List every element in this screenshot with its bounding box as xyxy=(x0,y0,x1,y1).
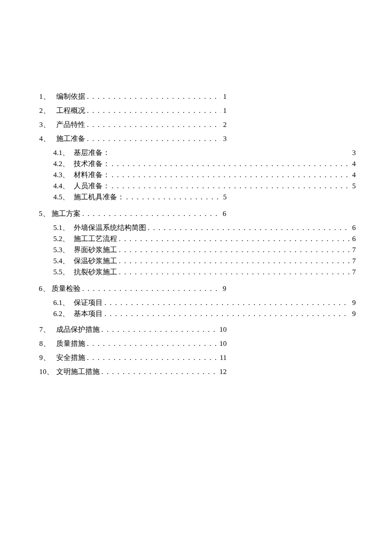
toc-page: 3 xyxy=(350,149,356,156)
toc-dots: . . . . . . . . . . . . . . . . . . . . … xyxy=(85,340,217,347)
toc-dots: . . . . . . . . . . . . . . . . . . . . … xyxy=(124,193,221,201)
toc-entry-title: 文明施工措施 xyxy=(56,368,100,375)
toc-entry-title: 质量检验 xyxy=(52,285,81,292)
toc-page: 4 xyxy=(350,171,356,178)
toc-entry-title: 产品特性 xyxy=(56,121,85,128)
toc-page: 9 xyxy=(350,299,356,306)
toc-entry: 5、 施工方案 . . . . . . . . . . . . . . . . … xyxy=(39,210,226,219)
toc-entry: 8、 质量措施 . . . . . . . . . . . . . . . . … xyxy=(39,340,227,349)
toc-page: 1 xyxy=(221,107,227,114)
toc-entry-title: 施工机具准备： xyxy=(74,193,124,201)
toc-entry-title: 保证项目 xyxy=(74,299,103,306)
toc-page: 10 xyxy=(217,326,227,333)
toc-entry-title: 技术准备： xyxy=(74,160,110,167)
toc-page: 7 xyxy=(350,257,356,265)
toc-subentry: 4.2、 技术准备： . . . . . . . . . . . . . . .… xyxy=(53,160,356,170)
toc-entry-title: 基本项目 xyxy=(74,310,103,317)
toc-entry: 1、 编制依据 . . . . . . . . . . . . . . . . … xyxy=(39,93,227,102)
toc-dots: . . . . . . . . . . . . . . . . . . . . … xyxy=(85,354,217,361)
toc-subentry: 4.3、 材料准备： . . . . . . . . . . . . . . .… xyxy=(53,171,356,181)
toc-entry-number: 5.3、 xyxy=(53,246,74,253)
toc-entry-number: 2、 xyxy=(39,107,56,114)
toc-page: 6 xyxy=(350,235,356,242)
toc-entry-title: 保温砂浆施工 xyxy=(74,257,117,265)
toc-entry-number: 5.4、 xyxy=(53,257,74,265)
toc-page: 5 xyxy=(221,193,227,201)
toc-dots: . . . . . . . . . . . . . . . . . . . . … xyxy=(117,246,350,253)
toc-page: 6 xyxy=(350,224,356,231)
toc-entry: 10、 文明施工措施 . . . . . . . . . . . . . . .… xyxy=(39,368,227,377)
toc-subentry: 4.4、 人员准备： . . . . . . . . . . . . . . .… xyxy=(53,182,356,192)
toc-dots: . . . . . . . . . . . . . . . . . . . . … xyxy=(85,135,221,142)
toc-entry-number: 6.2、 xyxy=(53,310,74,317)
toc-entry-number: 4.4、 xyxy=(53,182,74,190)
toc-entry-number: 1、 xyxy=(39,93,56,100)
toc-entry-title: 外墙保温系统结构简图 xyxy=(74,224,146,231)
toc-dots: . . . . . . . . . . . . . . . . . . . . … xyxy=(103,299,350,306)
toc-entry-number: 5.2、 xyxy=(53,235,74,242)
toc-page: 11 xyxy=(217,354,227,361)
toc-subentry: 5.3、 界面砂浆施工 . . . . . . . . . . . . . . … xyxy=(53,246,356,256)
toc-entry-number: 8、 xyxy=(39,340,56,347)
toc-entry-title: 界面砂浆施工 xyxy=(74,246,117,253)
toc-dots: . . . . . . . . . . . . . . . . . . . . … xyxy=(100,326,217,333)
toc-page: 7 xyxy=(350,268,356,276)
toc-dots: . . . . . . . . . . . . . . . . . . . . … xyxy=(85,107,221,114)
toc-entry-title: 施工准备 xyxy=(56,135,85,142)
toc-page: 3 xyxy=(221,135,227,142)
toc-entry-number: 4、 xyxy=(39,135,56,142)
toc-page: 1 xyxy=(221,93,227,100)
toc-entry-number: 9、 xyxy=(39,354,56,361)
toc-dots: . . . . . . . . . . . . . . . . . . . . … xyxy=(110,182,350,190)
toc-dots: . . . . . . . . . . . . . . . . . . . . … xyxy=(85,121,221,128)
toc-subentry: 5.4、 保温砂浆施工 . . . . . . . . . . . . . . … xyxy=(53,257,356,267)
toc-dots: . . . . . . . . . . . . . . . . . . . . … xyxy=(81,210,220,217)
toc-entry-number: 4.3、 xyxy=(53,171,74,178)
toc-page: 10 xyxy=(217,340,227,347)
toc-subentry: 4.5、 施工机具准备： . . . . . . . . . . . . . .… xyxy=(53,193,227,203)
toc-entry-title: 基层准备： xyxy=(74,149,110,156)
toc-entry-title: 施工方案 xyxy=(52,210,81,217)
toc-entry-number: 10、 xyxy=(39,368,56,375)
toc-entry-number: 4.2、 xyxy=(53,160,74,167)
toc-page: 9 xyxy=(350,310,356,317)
toc-subentry: 5.2、 施工工艺流程 . . . . . . . . . . . . . . … xyxy=(53,235,356,244)
toc-subentry: 6.1、 保证项目 . . . . . . . . . . . . . . . … xyxy=(53,299,356,308)
toc-entry: 4、 施工准备 . . . . . . . . . . . . . . . . … xyxy=(39,135,227,144)
toc-dots: . . . . . . . . . . . . . . . . . . . . … xyxy=(117,268,350,276)
toc-entry-title: 质量措施 xyxy=(56,340,85,347)
toc-entry: 2、 工程概况 . . . . . . . . . . . . . . . . … xyxy=(39,107,227,116)
toc-entry: 3、 产品特性 . . . . . . . . . . . . . . . . … xyxy=(39,121,227,130)
toc-page: 2 xyxy=(221,121,227,128)
toc-entry: 6、 质量检验 . . . . . . . . . . . . . . . . … xyxy=(39,285,226,294)
toc-entry-title: 材料准备： xyxy=(74,171,110,178)
toc-page: 12 xyxy=(217,368,227,375)
toc-entry-title: 安全措施 xyxy=(56,354,85,361)
toc-dots: . . . . . . . . . . . . . . . . . . . . … xyxy=(103,310,350,317)
toc-dots: . . . . . . . . . . . . . . . . . . . . … xyxy=(81,285,220,292)
toc-entry-title: 施工工艺流程 xyxy=(74,235,117,242)
toc-subentry: 5.1、 外墙保温系统结构简图 . . . . . . . . . . . . … xyxy=(53,224,356,233)
toc-subentry: 4.1、 基层准备： 3 xyxy=(53,149,356,158)
toc-dots: . . . . . . . . . . . . . . . . . . . . … xyxy=(117,257,350,265)
toc-page: 7 xyxy=(350,246,356,253)
toc-subentry: 6.2、 基本项目 . . . . . . . . . . . . . . . … xyxy=(53,310,356,319)
toc-entry-number: 3、 xyxy=(39,121,56,128)
toc-entry-title: 工程概况 xyxy=(56,107,85,114)
toc-dots: . . . . . . . . . . . . . . . . . . . . … xyxy=(100,368,217,375)
toc-dots: . . . . . . . . . . . . . . . . . . . . … xyxy=(110,160,350,167)
toc-entry-number: 5、 xyxy=(39,210,52,217)
toc-entry-title: 成品保护措施 xyxy=(56,326,100,333)
toc-entry-number: 5.1、 xyxy=(53,224,74,231)
toc-subentry: 5.5、 抗裂砂浆施工 . . . . . . . . . . . . . . … xyxy=(53,268,356,278)
toc-entry-number: 6、 xyxy=(39,285,52,292)
toc-entry: 7、 成品保护措施 . . . . . . . . . . . . . . . … xyxy=(39,326,227,335)
toc-dots: . . . . . . . . . . . . . . . . . . . . … xyxy=(85,93,221,100)
toc-dots: . . . . . . . . . . . . . . . . . . . . … xyxy=(110,171,350,178)
toc-entry-title: 抗裂砂浆施工 xyxy=(74,268,117,276)
toc-dots: . . . . . . . . . . . . . . . . . . . . … xyxy=(117,235,350,242)
toc-entry-number: 6.1、 xyxy=(53,299,74,306)
toc-entry: 9、 安全措施 . . . . . . . . . . . . . . . . … xyxy=(39,354,227,363)
toc-entry-number: 7、 xyxy=(39,326,56,333)
toc-entry-number: 4.1、 xyxy=(53,149,74,156)
